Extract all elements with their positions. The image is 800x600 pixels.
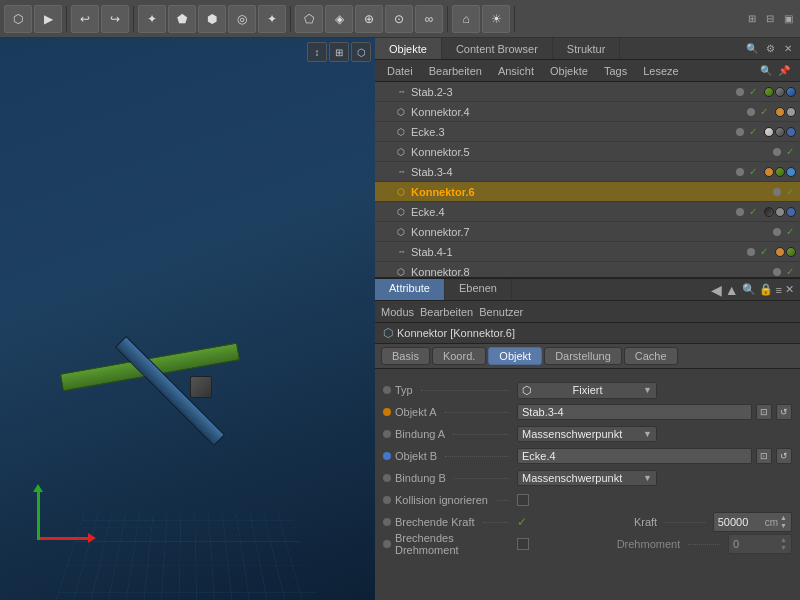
obj-vis-1[interactable] (747, 108, 755, 116)
obj-row-6[interactable]: ⬡ Ecke.4 ✓ (375, 202, 800, 222)
toolbar-icon-6[interactable]: ⬢ (198, 5, 226, 33)
attr-input-objekt-b[interactable]: Ecke.4 (517, 448, 752, 464)
obj-row-9[interactable]: ⬡ Konnektor.8 ✓ (375, 262, 800, 277)
attr-number-brechende-kraft[interactable]: 50000 cm ▲▼ (713, 512, 792, 532)
search-icon[interactable]: 🔍 (744, 41, 760, 57)
objlist-pin-icon[interactable]: 📌 (776, 63, 792, 79)
attr-btn-objekt-a-clear[interactable]: ↺ (776, 404, 792, 420)
attr-subtab-objekt[interactable]: Objekt (488, 347, 542, 365)
tab-content-browser[interactable]: Content Browser (442, 38, 553, 59)
toolbar-icon-7[interactable]: ◎ (228, 5, 256, 33)
attr-object-title: ⬡ Konnektor [Konnektor.6] (375, 323, 800, 344)
obj-row-2[interactable]: ⬡ Ecke.3 ✓ (375, 122, 800, 142)
attr-menu-modus[interactable]: Modus (381, 306, 414, 318)
grid-icon[interactable]: ⊟ (762, 11, 778, 27)
obj-vis-6[interactable] (736, 208, 744, 216)
viewport-nav-3[interactable]: ⬡ (351, 42, 371, 62)
obj-menu-objekte[interactable]: Objekte (546, 63, 592, 79)
obj-check-5[interactable]: ✓ (786, 186, 794, 197)
toolbar-icon-1[interactable]: ▶ (34, 5, 62, 33)
attr-checkbox-drehmoment[interactable] (517, 538, 529, 550)
toolbar-icon-9[interactable]: ⬠ (295, 5, 323, 33)
mat-dot-4a (764, 167, 774, 177)
toolbar-icon-5[interactable]: ⬟ (168, 5, 196, 33)
obj-check-1[interactable]: ✓ (760, 106, 768, 117)
toolbar-icon-8[interactable]: ✦ (258, 5, 286, 33)
attr-checkbox-kollision[interactable] (517, 494, 529, 506)
obj-row-5[interactable]: ⬡ Konnektor.6 ✓ (375, 182, 800, 202)
snap-icon[interactable]: ⊞ (744, 11, 760, 27)
obj-menu-bearbeiten[interactable]: Bearbeiten (425, 63, 486, 79)
attr-subtab-koord[interactable]: Koord. (432, 347, 486, 365)
obj-row-0[interactable]: ╌ Stab.2-3 ✓ (375, 82, 800, 102)
toolbar-icon-12[interactable]: ⊙ (385, 5, 413, 33)
toolbar-icon-10[interactable]: ◈ (325, 5, 353, 33)
obj-check-7[interactable]: ✓ (786, 226, 794, 237)
obj-row-4[interactable]: ╌ Stab.3-4 ✓ (375, 162, 800, 182)
attr-dropdown-bindung-a[interactable]: Massenschwerpunkt ▼ (517, 426, 657, 442)
obj-vis-5[interactable] (773, 188, 781, 196)
attr-subtab-cache[interactable]: Cache (624, 347, 678, 365)
attr-menu-benutzer[interactable]: Benutzer (479, 306, 523, 318)
objlist-search-icon[interactable]: 🔍 (758, 63, 774, 79)
attr-subtab-darstellung[interactable]: Darstellung (544, 347, 622, 365)
obj-vis-0[interactable] (736, 88, 744, 96)
attr-spin-kraft[interactable]: ▲▼ (780, 514, 787, 530)
attr-btn-objekt-a-select[interactable]: ⊡ (756, 404, 772, 420)
obj-row-1[interactable]: ⬡ Konnektor.4 ✓ (375, 102, 800, 122)
attr-nav-up[interactable]: ▲ (725, 282, 739, 298)
obj-check-0[interactable]: ✓ (749, 86, 757, 97)
obj-row-8[interactable]: ╌ Stab.4-1 ✓ (375, 242, 800, 262)
attr-input-objekt-a[interactable]: Stab.3-4 (517, 404, 752, 420)
obj-row-3[interactable]: ⬡ Konnektor.5 ✓ (375, 142, 800, 162)
toolbar-icon-4[interactable]: ✦ (138, 5, 166, 33)
obj-vis-4[interactable] (736, 168, 744, 176)
settings-icon[interactable]: ⚙ (762, 41, 778, 57)
toolbar-icon-13[interactable]: ∞ (415, 5, 443, 33)
toolbar-icon-11[interactable]: ⊕ (355, 5, 383, 33)
toolbar-icon-3[interactable]: ↪ (101, 5, 129, 33)
obj-check-2[interactable]: ✓ (749, 126, 757, 137)
obj-check-4[interactable]: ✓ (749, 166, 757, 177)
toolbar-icon-15[interactable]: ☀ (482, 5, 510, 33)
obj-menu-tags[interactable]: Tags (600, 63, 631, 79)
obj-check-3[interactable]: ✓ (786, 146, 794, 157)
close-panel-icon[interactable]: ✕ (780, 41, 796, 57)
toolbar-icon-0[interactable]: ⬡ (4, 5, 32, 33)
attr-spin-drehmoment[interactable]: ▲▼ (780, 536, 787, 552)
toolbar-icon-14[interactable]: ⌂ (452, 5, 480, 33)
obj-row-7[interactable]: ⬡ Konnektor.7 ✓ (375, 222, 800, 242)
viewport-3d[interactable]: ↕ ⊞ ⬡ (0, 38, 375, 600)
obj-check-9[interactable]: ✓ (786, 266, 794, 277)
attr-tab-ebenen[interactable]: Ebenen (445, 279, 512, 300)
attr-menu-bearbeiten[interactable]: Bearbeiten (420, 306, 473, 318)
obj-check-6[interactable]: ✓ (749, 206, 757, 217)
attr-lock-icon[interactable]: 🔒 (759, 283, 773, 296)
viewport-nav-1[interactable]: ↕ (307, 42, 327, 62)
attr-dropdown-typ[interactable]: ⬡ Fixiert ▼ (517, 382, 657, 399)
obj-menu-ansicht[interactable]: Ansicht (494, 63, 538, 79)
obj-vis-8[interactable] (747, 248, 755, 256)
obj-check-8[interactable]: ✓ (760, 246, 768, 257)
attr-tab-attribute[interactable]: Attribute (375, 279, 445, 300)
toolbar-icon-2[interactable]: ↩ (71, 5, 99, 33)
obj-menu-leseze[interactable]: Leseze (639, 63, 682, 79)
obj-menu-datei[interactable]: Datei (383, 63, 417, 79)
viewport-nav-2[interactable]: ⊞ (329, 42, 349, 62)
attr-search-icon[interactable]: 🔍 (742, 283, 756, 296)
attr-nav-left[interactable]: ◀ (711, 282, 722, 298)
attr-btn-objekt-b-select[interactable]: ⊡ (756, 448, 772, 464)
attr-close-icon[interactable]: ✕ (785, 283, 794, 296)
obj-vis-2[interactable] (736, 128, 744, 136)
obj-vis-7[interactable] (773, 228, 781, 236)
tab-struktur[interactable]: Struktur (553, 38, 621, 59)
attr-menu-icon[interactable]: ≡ (776, 284, 782, 296)
attr-number-drehmoment[interactable]: 0 ▲▼ (728, 534, 792, 554)
attr-btn-objekt-b-clear[interactable]: ↺ (776, 448, 792, 464)
attr-dropdown-bindung-b[interactable]: Massenschwerpunkt ▼ (517, 470, 657, 486)
attr-subtab-basis[interactable]: Basis (381, 347, 430, 365)
obj-vis-3[interactable] (773, 148, 781, 156)
obj-vis-9[interactable] (773, 268, 781, 276)
render-icon[interactable]: ▣ (780, 11, 796, 27)
tab-objekte[interactable]: Objekte (375, 38, 442, 59)
